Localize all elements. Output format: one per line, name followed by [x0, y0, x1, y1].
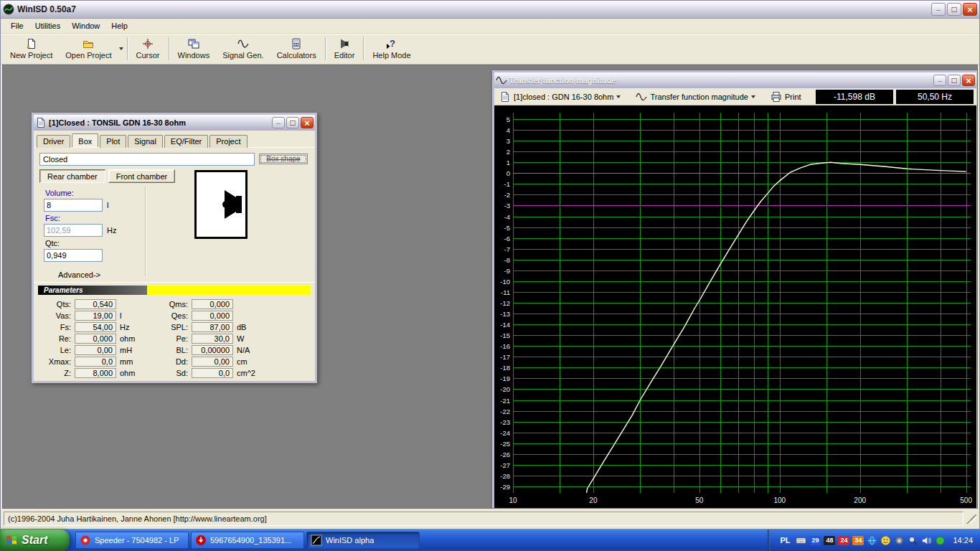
rear-chamber-button[interactable]: Rear chamber: [39, 169, 105, 183]
plot-close-button[interactable]: [962, 75, 975, 86]
svg-text:-20: -20: [500, 385, 510, 393]
language-indicator[interactable]: PL: [777, 535, 793, 545]
toolbar-label-open-project: Open Project: [65, 51, 111, 60]
tray-badge-34[interactable]: 34: [852, 536, 864, 545]
advanced-button[interactable]: Advanced->: [58, 270, 145, 279]
print-button[interactable]: Print: [767, 90, 805, 104]
toolbar-button-open-project[interactable]: Open Project: [59, 34, 118, 63]
plot-toolbar: [1]closed : GDN 16-30 8ohm Transfer func…: [494, 88, 976, 105]
qtc-label: Qtc:: [45, 239, 145, 248]
toolbar-button-new-project[interactable]: New Project: [4, 34, 59, 63]
chart-area[interactable]: 543210-1-2-3-4-5-6-7-8-9-10-11-12-13-14-…: [494, 105, 976, 508]
svg-text:-11: -11: [501, 288, 510, 296]
plot-maximize-button[interactable]: [948, 75, 961, 86]
parameters-header: Parameters: [38, 286, 147, 295]
param-label-dd: Dd:: [156, 357, 188, 366]
param-label-fs: Fs:: [41, 323, 71, 331]
box-shape-button[interactable]: Box shape: [259, 154, 308, 164]
toolbar-button-cursor[interactable]: Cursor: [130, 34, 166, 63]
main-titlebar[interactable]: WinISD 0.50a7: [1, 1, 979, 19]
tab-box[interactable]: Box: [72, 133, 98, 147]
menu-file[interactable]: File: [5, 20, 29, 32]
print-label: Print: [785, 93, 801, 101]
driver-parameters-panel: Parameters Qts:0,540Qms:0,000Vas:19,00lQ…: [34, 282, 315, 381]
tray-badge-48[interactable]: 48: [824, 536, 835, 545]
chevron-down-icon: [751, 95, 755, 98]
param-unit-spl: dB: [237, 323, 281, 331]
box-maximize-button[interactable]: [286, 117, 299, 128]
box-minimize-button[interactable]: [272, 117, 285, 128]
toolbar-button-help-mode[interactable]: ?Help Mode: [366, 34, 417, 63]
front-chamber-button[interactable]: Front chamber: [108, 169, 176, 183]
toolbar-button-signal-gen[interactable]: Signal Gen.: [216, 34, 270, 63]
parameters-grid: Qts:0,540Qms:0,000Vas:19,00lQes:0,000Fs:…: [34, 298, 315, 380]
svg-text:-18: -18: [500, 364, 510, 372]
svg-text:-21: -21: [500, 397, 510, 405]
task-button-speeder-7504982-lp[interactable]: Speeder - 7504982 - LP: [75, 532, 189, 549]
svg-text:-13: -13: [500, 310, 510, 318]
tab-project[interactable]: Project: [209, 135, 247, 149]
param-label-le: Le:: [41, 346, 71, 354]
statusbar: (c)1996-2004 Juha Hartikainen, Janne Aho…: [1, 509, 979, 529]
minimize-button[interactable]: [931, 3, 946, 16]
svg-text:0: 0: [507, 169, 510, 177]
box-window-titlebar[interactable]: [1]Closed : TONSIL GDN 16-30 8ohm: [34, 115, 315, 131]
box-window[interactable]: [1]Closed : TONSIL GDN 16-30 8ohm Driver…: [32, 113, 317, 383]
qtc-input[interactable]: [44, 249, 103, 262]
svg-text:200: 200: [854, 496, 866, 504]
taskbar-clock[interactable]: 14:24: [953, 536, 973, 545]
plot-type-label: Transfer function magnitude: [650, 93, 748, 101]
svg-text:-28: -28: [500, 472, 510, 480]
open-project-icon: [83, 38, 94, 50]
resize-grip[interactable]: [966, 514, 976, 524]
tab-eq-filter[interactable]: EQ/Filter: [164, 135, 208, 149]
menu-window[interactable]: Window: [66, 20, 105, 32]
svg-text:-3: -3: [504, 202, 510, 209]
menubar: FileUtilitiesWindowHelp: [1, 19, 979, 34]
param-unit-sd: cm^2: [237, 369, 281, 377]
plot-minimize-button[interactable]: [933, 75, 946, 86]
tab-driver[interactable]: Driver: [37, 135, 70, 149]
menu-utilities[interactable]: Utilities: [29, 20, 66, 32]
svg-text:500: 500: [960, 496, 972, 504]
plot-type-dropdown[interactable]: Transfer function magnitude: [632, 90, 759, 104]
tray-badge-29[interactable]: 29: [809, 536, 821, 545]
maximize-button[interactable]: [947, 3, 961, 16]
keyboard-icon: [796, 535, 806, 546]
box-window-title: [1]Closed : TONSIL GDN 16-30 8ohm: [49, 118, 268, 127]
new-project-icon: [26, 38, 37, 50]
tab-plot[interactable]: Plot: [100, 135, 126, 149]
menu-help[interactable]: Help: [105, 20, 133, 32]
toolbar-button-calculators[interactable]: Calculators: [270, 34, 323, 63]
fsc-input: [44, 224, 103, 237]
winisd-app-icon: [3, 4, 14, 15]
param-value-dd: 0,00: [192, 357, 233, 367]
task-button-5967654900-135391[interactable]: 5967654900_135391...: [191, 532, 304, 549]
transfer-function-plot[interactable]: 543210-1-2-3-4-5-6-7-8-9-10-11-12-13-14-…: [494, 105, 976, 508]
param-label-qms: Qms:: [156, 300, 188, 309]
param-value-spl: 87,00: [192, 322, 233, 332]
plot-window-titlebar[interactable]: Transfer function magnitude: [494, 72, 976, 88]
toolbar-button-windows[interactable]: Windows: [171, 34, 217, 63]
tray-badge-24[interactable]: 24: [838, 536, 849, 545]
param-unit-le: mH: [120, 346, 153, 354]
param-label-spl: SPL:: [156, 323, 188, 331]
box-type-field[interactable]: Closed: [39, 153, 255, 166]
chamber-buttons: Rear chamberFront chamber: [39, 169, 175, 183]
toolbar-button-editor[interactable]: Editor: [328, 34, 362, 63]
param-value-qes: 0,000: [192, 311, 233, 321]
start-button[interactable]: Start: [0, 529, 70, 551]
box-window-icon: [35, 117, 47, 128]
close-button[interactable]: [963, 3, 977, 16]
box-close-button[interactable]: [301, 117, 314, 128]
winisd-main-window: WinISD 0.50a7 FileUtilitiesWindowHelp Ne…: [0, 0, 980, 529]
param-unit-bl: N/A: [237, 346, 281, 354]
plot-window[interactable]: Transfer function magnitude [1]closed : …: [492, 70, 978, 509]
toolbar-dropdown-open-project[interactable]: [118, 34, 125, 63]
download-icon: [195, 534, 207, 546]
tab-signal[interactable]: Signal: [128, 135, 163, 149]
volume-input[interactable]: [44, 199, 103, 212]
taskbar-tasks: Speeder - 7504982 - LP5967654900_135391.…: [75, 532, 420, 549]
project-selector-dropdown[interactable]: [1]closed : GDN 16-30 8ohm: [496, 90, 624, 104]
task-button-winisd-alpha[interactable]: WinISD alpha: [306, 532, 420, 549]
